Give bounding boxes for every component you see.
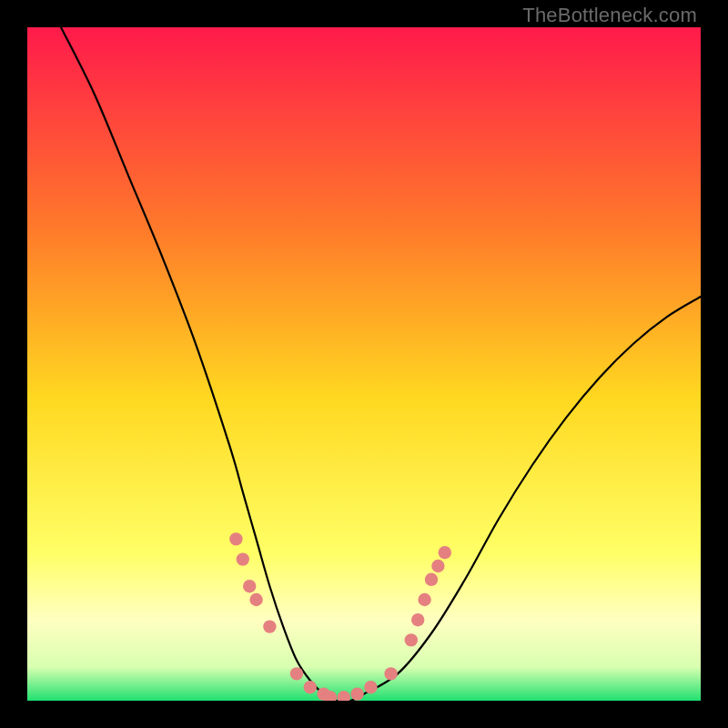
data-marker bbox=[229, 532, 242, 545]
data-marker bbox=[249, 593, 262, 606]
data-marker bbox=[405, 633, 418, 646]
data-marker bbox=[350, 687, 363, 700]
data-marker bbox=[263, 620, 276, 632]
data-marker bbox=[304, 681, 317, 693]
data-marker bbox=[431, 560, 444, 572]
data-marker bbox=[243, 580, 256, 592]
data-marker bbox=[439, 546, 451, 559]
data-marker bbox=[411, 613, 424, 626]
data-marker bbox=[338, 691, 350, 701]
data-marker bbox=[364, 681, 377, 693]
chart-frame: TheBottleneck.com bbox=[0, 0, 728, 728]
data-marker bbox=[418, 593, 430, 606]
data-marker bbox=[290, 667, 303, 680]
data-marker bbox=[237, 552, 249, 565]
data-marker bbox=[425, 573, 438, 586]
watermark-label: TheBottleneck.com bbox=[522, 4, 697, 27]
bottleneck-curve bbox=[27, 27, 701, 701]
plot-area bbox=[27, 27, 701, 701]
data-marker bbox=[384, 667, 397, 680]
